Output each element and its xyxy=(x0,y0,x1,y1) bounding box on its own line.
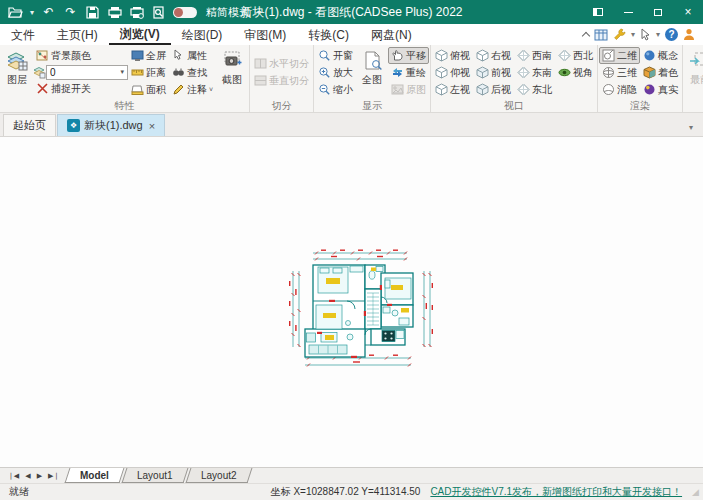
layer-combo[interactable]: 0 ▾ xyxy=(46,65,128,80)
collapse-ribbon-icon[interactable] xyxy=(583,30,589,39)
tab-home[interactable]: 主页(H) xyxy=(46,24,109,45)
attributes-button[interactable]: 属性 xyxy=(169,47,216,64)
preview-front-button[interactable]: 最前 xyxy=(684,47,703,87)
screenshot-button[interactable]: 截图 xyxy=(216,47,248,87)
render-realistic-button[interactable]: 真实 xyxy=(640,81,681,98)
render-shaded-button[interactable]: 着色 xyxy=(640,64,681,81)
snap-toggle-button[interactable]: 捕捉开关 xyxy=(33,80,128,97)
open-file-caret-icon[interactable]: ▾ xyxy=(30,8,34,17)
view-left-button[interactable]: 左视 xyxy=(432,81,473,98)
redo-icon[interactable]: ↷ xyxy=(63,5,78,20)
zoom-window-button[interactable]: 开窗 xyxy=(315,47,356,64)
tab-review[interactable]: 审图(M) xyxy=(233,24,297,45)
layout-nav-prev-icon[interactable]: ◀ xyxy=(25,472,30,480)
background-color-button[interactable]: 背景颜色 xyxy=(33,47,128,64)
horizontal-split-label: 水平切分 xyxy=(269,57,309,71)
render-conceptual-button[interactable]: 概念 xyxy=(640,47,681,64)
minimize-button[interactable] xyxy=(613,0,643,24)
layers-label: 图层 xyxy=(7,73,27,87)
layout-nav-last-icon[interactable]: ▶❘ xyxy=(48,472,59,480)
title-bar: ▾ ↶ ↷ 精简模式 ▾ 新块(1).dwg - 看图纸(CADSee Plus… xyxy=(0,0,703,24)
tab-model-label: Model xyxy=(80,470,109,481)
view-ne-label: 东北 xyxy=(532,83,552,97)
view-angle-button[interactable]: 视角 xyxy=(555,64,596,81)
render-hidden-button[interactable]: 消隐 xyxy=(599,81,640,98)
grid-panel-icon[interactable] xyxy=(594,29,608,41)
view-right-button[interactable]: 右视 xyxy=(473,47,514,64)
redraw-button[interactable]: 重绘 xyxy=(388,64,429,81)
ribbon-display-icon[interactable] xyxy=(583,0,613,24)
help-icon[interactable]: ? xyxy=(665,28,678,41)
layer-combo-caret-icon[interactable]: ▾ xyxy=(120,68,124,76)
view-bottom-button[interactable]: 仰视 xyxy=(432,64,473,81)
tab-cloud[interactable]: 网盘(N) xyxy=(360,24,423,45)
ribbon-tab-row: 文件 主页(H) 浏览(V) 绘图(D) 审图(M) 转换(C) 网盘(N) ▾… xyxy=(0,24,703,45)
document-close-icon[interactable]: × xyxy=(149,120,155,132)
user-account-icon[interactable] xyxy=(683,28,695,41)
settings-wrench-icon[interactable] xyxy=(613,28,626,41)
close-button[interactable]: × xyxy=(673,0,703,24)
render-3d-button[interactable]: 三维 xyxy=(599,64,640,81)
view-se-label: 东南 xyxy=(532,66,552,80)
group-render: 二维 三维 消隐 概念 着色 真实 渲染 xyxy=(598,45,683,112)
drawing-canvas[interactable] xyxy=(0,137,703,467)
resize-grip-icon[interactable]: ◢ xyxy=(692,487,699,497)
preview-front-label: 最前 xyxy=(690,73,703,87)
settings-caret-icon[interactable]: ▾ xyxy=(631,30,635,39)
horizontal-split-button[interactable]: 水平切分 xyxy=(251,55,312,72)
tab-browse[interactable]: 浏览(V) xyxy=(109,24,171,45)
group-split: 水平切分 垂直切分 切分 xyxy=(250,45,314,112)
view-top-button[interactable]: 俯视 xyxy=(432,47,473,64)
simple-mode-toggle[interactable] xyxy=(173,7,197,18)
tab-model[interactable]: Model xyxy=(65,468,125,483)
view-front-button[interactable]: 前视 xyxy=(473,64,514,81)
tab-draw[interactable]: 绘图(D) xyxy=(171,24,234,45)
print-icon[interactable] xyxy=(107,5,122,20)
view-back-button[interactable]: 后视 xyxy=(473,81,514,98)
find-label: 查找 xyxy=(187,66,207,80)
pointer-caret-icon[interactable]: ▾ xyxy=(656,30,660,39)
find-button[interactable]: 查找 xyxy=(169,64,216,81)
zoom-in-button[interactable]: 放大 xyxy=(315,64,356,81)
area-button[interactable]: 面积 xyxy=(128,81,169,98)
original-view-button[interactable]: 原图 xyxy=(388,81,429,98)
tab-list-caret-icon[interactable]: ▾ xyxy=(689,123,693,132)
pan-button[interactable]: 平移 xyxy=(388,47,429,64)
tab-layout1-label: Layout1 xyxy=(137,470,173,481)
undo-icon[interactable]: ↶ xyxy=(41,5,56,20)
view-se-button[interactable]: 东南 xyxy=(514,64,555,81)
render-shaded-label: 着色 xyxy=(658,66,678,80)
batch-print-icon[interactable] xyxy=(129,5,144,20)
view-sw-button[interactable]: 西南 xyxy=(514,47,555,64)
zoom-out-button[interactable]: 缩小 xyxy=(315,81,356,98)
fullscreen-button[interactable]: 全屏 xyxy=(128,47,169,64)
open-file-icon[interactable] xyxy=(8,5,23,20)
tab-document[interactable]: ❖ 新块(1).dwg × xyxy=(57,114,165,136)
tab-convert[interactable]: 转换(C) xyxy=(297,24,360,45)
tab-layout1[interactable]: Layout1 xyxy=(122,468,188,483)
vertical-split-button[interactable]: 垂直切分 xyxy=(251,72,312,89)
layers-button[interactable]: 图层 xyxy=(1,47,33,87)
tabrow-tools: ▾ ▾ ? xyxy=(583,24,703,45)
dwg-file-icon: ❖ xyxy=(67,119,80,132)
save-icon[interactable] xyxy=(85,5,100,20)
floorplan-drawing xyxy=(287,245,435,373)
annotate-button[interactable]: 注释 ˅ xyxy=(169,81,216,98)
tab-layout2[interactable]: Layout2 xyxy=(185,468,251,483)
announcement-link[interactable]: CAD开发控件V7.1发布，新增图纸打印和大量开发接口！ xyxy=(430,485,682,499)
qat-customize-caret-icon[interactable]: ▾ xyxy=(257,8,261,17)
layout-nav-next-icon[interactable]: ▶ xyxy=(37,472,42,480)
tab-file[interactable]: 文件 xyxy=(0,24,46,45)
layout-nav-first-icon[interactable]: ❘◀ xyxy=(8,472,19,480)
maximize-button[interactable] xyxy=(643,0,673,24)
view-nw-button[interactable]: 西北 xyxy=(555,47,596,64)
annotate-caret-icon[interactable]: ˅ xyxy=(209,86,213,93)
distance-button[interactable]: 距离 xyxy=(128,64,169,81)
view-ne-button[interactable]: 东北 xyxy=(514,81,555,98)
print-preview-icon[interactable] xyxy=(151,5,166,20)
tab-start-page[interactable]: 起始页 xyxy=(3,114,56,136)
view-right-label: 右视 xyxy=(491,49,511,63)
pointer-tool-icon[interactable] xyxy=(640,28,651,41)
render-2d-button[interactable]: 二维 xyxy=(599,47,640,64)
zoom-extents-button[interactable]: 全图 xyxy=(356,47,388,87)
